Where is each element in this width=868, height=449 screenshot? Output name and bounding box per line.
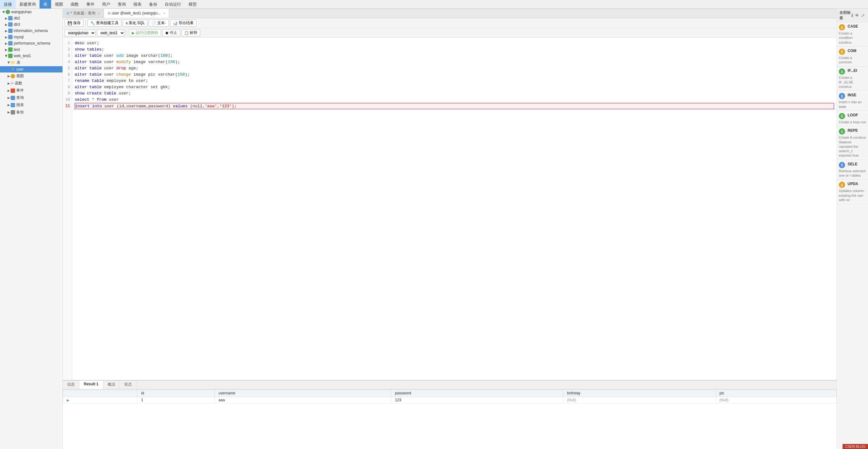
separator-2 [127, 30, 127, 36]
sidebar-item-queries-folder[interactable]: ▶ 查询 [0, 94, 62, 101]
run-button[interactable]: ▶ 运行已选择的 [129, 29, 161, 36]
beautify-icon: ≡ [126, 21, 128, 25]
save-button[interactable]: 💾 保存 [65, 20, 84, 27]
snippet-item-if...ei[interactable]: ()IF...EICreate a IF...ELSE construc [837, 66, 868, 91]
sidebar: ▶ wangqiuhao ▶ db2 ▶ db3 ▶ information_s… [0, 9, 63, 449]
expand-arrow: ▶ [7, 62, 11, 64]
sidebar-item-mysql[interactable]: ▶ mysql [0, 34, 62, 40]
folder-name: 表 [17, 60, 21, 65]
code-line-3[interactable]: alter table user add image varchar(100); [75, 53, 834, 59]
snippet-item-upda[interactable]: ()UPDAUpdates column: existing the narr … [837, 180, 868, 204]
menu-item-自动运行[interactable]: 自动运行 [161, 0, 185, 8]
snippet-icon: () [839, 93, 845, 99]
beautify-button[interactable]: ≡ 美化 SQL [123, 20, 148, 27]
snippet-item-inse[interactable]: ()INSEInsert n into an table [837, 91, 868, 111]
menu-item-查询[interactable]: 查询 [114, 0, 130, 8]
tab-user-table[interactable]: ⊞ user @web_test1 (wangqiu... × [104, 9, 169, 18]
sidebar-item-backup-folder[interactable]: ▶ 备份 [0, 108, 62, 116]
sidebar-item-web-test1[interactable]: ▶ web_test1 [0, 53, 62, 59]
tab-info[interactable]: 信息 [63, 381, 80, 389]
snippet-item-case[interactable]: ()CASECreate a condition construc [837, 22, 868, 47]
line-number-7: 7 [65, 78, 70, 84]
menu-item-用户[interactable]: 用户 [98, 0, 114, 8]
expand-icon[interactable]: ⤢ [861, 12, 866, 19]
sidebar-item-reports-folder[interactable]: ▶ 报表 [0, 101, 62, 108]
folder-name: 视图 [16, 73, 24, 79]
tab-status[interactable]: 状态 [120, 381, 136, 389]
backup-icon [11, 110, 15, 115]
menu-item-视图[interactable]: 视图 [51, 0, 67, 8]
result-area[interactable]: id username password birthday pic ▶ 1 aa… [63, 389, 837, 449]
sidebar-item-information-schema[interactable]: ▶ information_schema [0, 28, 62, 34]
code-line-4[interactable]: alter table user modify image varchar(15… [75, 59, 834, 65]
tab-query-close[interactable]: × [98, 11, 100, 15]
sidebar-item-connection[interactable]: ▶ wangqiuhao [0, 9, 62, 15]
export-button[interactable]: 📊 导出结果 [170, 20, 196, 27]
sidebar-item-functions-folder[interactable]: ▶ 𝑓× 函数 [0, 80, 62, 87]
sidebar-item-db2[interactable]: ▶ db2 [0, 15, 62, 21]
code-line-8[interactable]: alter table employee character set gbk; [75, 84, 834, 90]
snippet-title: LOOF [847, 113, 858, 117]
right-panel-title: 全部标签 [839, 10, 851, 21]
db-icon [8, 47, 12, 52]
db-icon [8, 16, 12, 21]
connection-select[interactable]: wangqiuhao [65, 30, 96, 36]
code-token: character set gbk; [126, 85, 170, 89]
eye-icon[interactable]: 👁 [854, 12, 860, 19]
menu-item-事件[interactable]: 事件 [83, 0, 98, 8]
text-button[interactable]: 📄 文本· [149, 20, 168, 27]
conn-bar: wangqiuhao web_test1 ▶ 运行已选择的 ⏹ 停止 📋 解释 [63, 28, 837, 38]
sidebar-item-db3[interactable]: ▶ db3 [0, 21, 62, 28]
snippet-item-repe[interactable]: ()REPECreate A construc Stateme repeated… [837, 126, 868, 160]
editor-area[interactable]: 1234567891011 desc user;show tables;alte… [63, 38, 837, 380]
menu-item-报表[interactable]: 报表 [130, 0, 145, 8]
code-token: age; [129, 66, 138, 71]
code-line-2[interactable]: show tables; [75, 46, 834, 53]
sidebar-item-user-table[interactable]: user [0, 66, 62, 72]
sidebar-item-tables-folder[interactable]: ▶ 📁 表 [0, 59, 62, 66]
info-icon[interactable]: ℹ [851, 12, 854, 19]
sidebar-item-events-folder[interactable]: ▶ 事件 [0, 87, 62, 94]
tab-result1[interactable]: Result 1 [80, 381, 103, 389]
query-builder-button[interactable]: 🔧 查询创建工具 [88, 20, 121, 27]
explain-button[interactable]: 📋 解释 [181, 29, 200, 36]
menu-item-新建查询[interactable]: 新建查询 [16, 0, 39, 8]
connection-icon [6, 10, 10, 14]
menu-item-模型[interactable]: 模型 [185, 0, 200, 8]
code-line-9[interactable]: show create table user; [75, 90, 834, 97]
sidebar-item-test[interactable]: ▶ test [0, 46, 62, 53]
line-number-10: 10 [65, 97, 70, 103]
menu-item-连接[interactable]: 连接 [0, 0, 16, 8]
table-row[interactable]: ▶ 1 aaa 123 (Null) (Null) [63, 397, 837, 404]
snippet-desc: Insert n into an table [839, 100, 866, 109]
tab-table-label: user @web_test1 (wangqiu... [112, 11, 161, 15]
expand-arrow: ▶ [7, 89, 10, 92]
line-number-5: 5 [65, 65, 70, 71]
cell-username: aaa [215, 397, 391, 404]
db-icon [8, 29, 12, 33]
code-content[interactable]: desc user;show tables;alter table user a… [72, 38, 837, 380]
tab-query[interactable]: ⊞ * 无标题 - 查询 × [63, 9, 104, 18]
sidebar-item-performance-schema[interactable]: ▶ performance_schema [0, 40, 62, 46]
folder-name: 备份 [16, 109, 24, 115]
stop-button[interactable]: ⏹ 停止 [162, 29, 180, 36]
snippet-item-com[interactable]: ()COMCreate a commen [837, 47, 868, 67]
menu-item-函数[interactable]: 函数 [67, 0, 83, 8]
menu-item-表[interactable]: 表 [39, 0, 51, 8]
snippet-title: UPDA [847, 182, 858, 186]
code-line-6[interactable]: alter table user change image pic varcha… [75, 71, 834, 78]
snippet-item-loof[interactable]: ()LOOFCreate a loop con [837, 111, 868, 126]
tab-table-icon: ⊞ [107, 11, 111, 15]
tab-overview[interactable]: 概况 [103, 381, 120, 389]
menu-item-备份[interactable]: 备份 [145, 0, 161, 8]
tab-table-close[interactable]: × [163, 11, 165, 15]
code-line-1[interactable]: desc user; [75, 40, 834, 46]
database-select[interactable]: web_test1 [97, 30, 125, 36]
snippet-desc: Create A construc Stateme repeated the s… [839, 135, 866, 158]
sidebar-item-views-folder[interactable]: ▶ 视图 [0, 72, 62, 80]
code-line-10[interactable]: select * from user [75, 97, 834, 103]
code-line-7[interactable]: rename table employee to user; [75, 78, 834, 84]
code-line-11[interactable]: insert into user (id,username,password) … [75, 103, 834, 109]
code-line-5[interactable]: alter table user drop age; [75, 65, 834, 71]
snippet-item-sele[interactable]: ()SELERetrieve selected one or r tables [837, 160, 868, 180]
